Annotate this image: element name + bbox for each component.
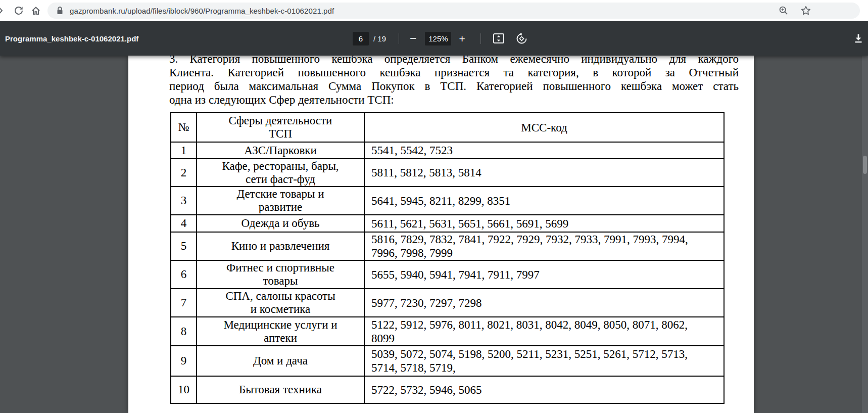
page-count-label: / 19: [373, 34, 386, 43]
row-mcc: 5641, 5945, 8211, 8299, 8351: [364, 187, 724, 215]
toolbar-divider: [480, 33, 481, 44]
row-num: 4: [171, 215, 197, 232]
row-category: СПА, салоны красоты и косметика: [197, 289, 364, 317]
header-num: №: [171, 113, 197, 142]
row-mcc: 5122, 5912, 5976, 8011, 8021, 8031, 8042…: [364, 317, 724, 346]
row-category: АЗС/Парковки: [197, 142, 364, 159]
row-num: 9: [171, 346, 197, 376]
table-row: 6 Фитнес и спортивные товары 5655, 5940,…: [171, 260, 724, 289]
row-category: Кино и развлечения: [197, 232, 364, 260]
rotate-page-button[interactable]: [515, 32, 528, 45]
row-mcc: 5541, 5542, 7523: [364, 142, 724, 159]
pdf-filename-title: Programma_keshbek-c-01062021.pdf: [5, 34, 138, 43]
pdf-page-controls: / 19 − 125% +: [353, 21, 528, 56]
scrollbar-thumb[interactable]: [863, 156, 867, 174]
mcc-table: № Сферы деятельности ТСП МСС-код 1 АЗС/П…: [170, 112, 725, 404]
row-mcc: 5655, 5940, 5941, 7941, 7911, 7997: [364, 260, 724, 289]
table-row: 9 Дом и дача 5039, 5072, 5074, 5198, 520…: [171, 346, 724, 376]
table-row: 1 АЗС/Парковки 5541, 5542, 7523: [171, 142, 724, 159]
row-category: Детские товары и развитие: [197, 187, 364, 215]
zoom-level-display: 125%: [425, 32, 451, 45]
pdf-viewer-area: 3. Категория повышенного кешбэка определ…: [0, 56, 868, 413]
header-mcc: МСС-код: [364, 113, 724, 142]
fit-to-page-button[interactable]: [492, 32, 505, 45]
row-category: Одежда и обувь: [197, 215, 364, 232]
bookmark-star-icon[interactable]: [801, 6, 811, 16]
row-num: 2: [171, 159, 197, 187]
row-mcc: 5811, 5812, 5813, 5814: [364, 159, 724, 187]
browser-toolbar: gazprombank.ru/upload/files/iblock/960/P…: [0, 0, 868, 21]
pdf-viewer-toolbar: Programma_keshbek-c-01062021.pdf / 19 − …: [0, 21, 868, 56]
row-num: 7: [171, 289, 197, 317]
row-mcc: 5977, 7230, 7297, 7298: [364, 289, 724, 317]
toolbar-divider: [399, 33, 399, 44]
download-icon[interactable]: [853, 33, 864, 44]
home-icon[interactable]: [31, 6, 41, 16]
row-num: 6: [171, 260, 197, 289]
paragraph-line: 3. Категория повышенного кешбэка определ…: [169, 56, 739, 66]
zoom-out-button[interactable]: −: [410, 33, 416, 44]
row-num: 5: [171, 232, 197, 260]
pdf-page: 3. Категория повышенного кешбэка определ…: [128, 56, 754, 413]
row-num: 10: [171, 376, 197, 403]
table-row: 10 Бытовая техника 5722, 5732, 5946, 506…: [171, 376, 724, 403]
lock-icon[interactable]: [56, 6, 64, 15]
row-category: Бытовая техника: [197, 376, 364, 403]
page-zoom-icon[interactable]: [779, 6, 789, 16]
row-category: Фитнес и спортивные товары: [197, 260, 364, 289]
row-mcc: 5039, 5072, 5074, 5198, 5200, 5211, 5231…: [364, 346, 724, 376]
forward-icon-partial[interactable]: [0, 7, 3, 15]
table-row: 4 Одежда и обувь 5611, 5621, 5631, 5651,…: [171, 215, 724, 232]
url-text: gazprombank.ru/upload/files/iblock/960/P…: [70, 7, 334, 15]
table-row: 5 Кино и развлечения 5816, 7829, 7832, 7…: [171, 232, 724, 260]
row-num: 1: [171, 142, 197, 159]
header-category: Сферы деятельности ТСП: [197, 113, 364, 142]
page-number-input[interactable]: [353, 32, 369, 45]
row-num: 8: [171, 317, 197, 346]
row-category: Медицинские услуги и аптеки: [197, 317, 364, 346]
table-header-row: № Сферы деятельности ТСП МСС-код: [171, 113, 724, 142]
url-address-bar[interactable]: gazprombank.ru/upload/files/iblock/960/P…: [47, 3, 860, 19]
row-mcc: 5816, 7829, 7832, 7841, 7922, 7929, 7932…: [364, 232, 724, 260]
table-row: 7 СПА, салоны красоты и косметика 5977, …: [171, 289, 724, 317]
document-paragraph: 3. Категория повышенного кешбэка определ…: [169, 56, 739, 107]
table-row: 3 Детские товары и развитие 5641, 5945, …: [171, 187, 724, 215]
paragraph-line: одна из следующих Сфер деятельности ТСП:: [169, 93, 739, 107]
row-mcc: 5611, 5621, 5631, 5651, 5661, 5691, 5699: [364, 215, 724, 232]
scrollbar-track[interactable]: [862, 56, 868, 413]
row-category: Дом и дача: [197, 346, 364, 376]
zoom-in-button[interactable]: +: [459, 33, 465, 44]
reload-icon[interactable]: [14, 6, 24, 16]
row-num: 3: [171, 187, 197, 215]
row-category: Кафе, рестораны, бары, сети фаст-фуд: [197, 159, 364, 187]
table-row: 2 Кафе, рестораны, бары, сети фаст-фуд 5…: [171, 159, 724, 187]
paragraph-line: Клиента. Категорией повышенного кешбэка …: [169, 66, 739, 79]
table-row: 8 Медицинские услуги и аптеки 5122, 5912…: [171, 317, 724, 346]
paragraph-line: период была максимальная Сумма Покупок в…: [169, 79, 739, 93]
row-mcc: 5722, 5732, 5946, 5065: [364, 376, 724, 403]
